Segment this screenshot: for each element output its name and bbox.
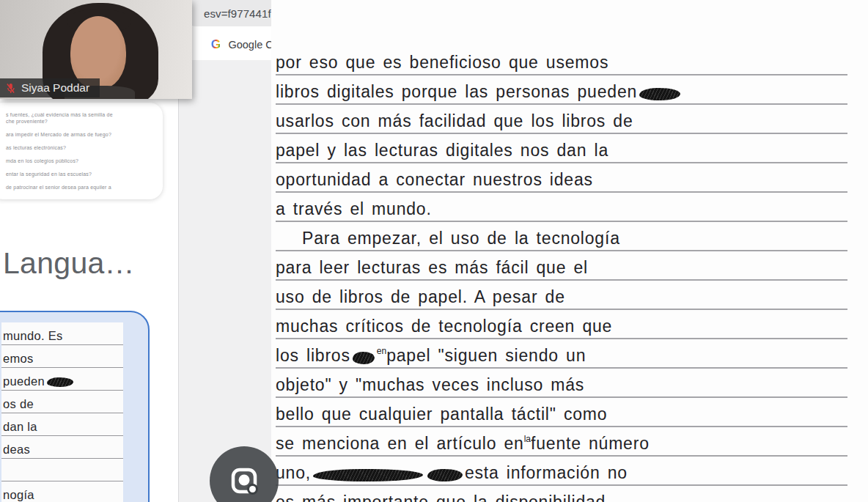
thumbnail-line (1, 459, 123, 481)
scribble-mark (353, 352, 375, 364)
handwriting-text: es más importante que la disponibilidad (276, 491, 606, 502)
handwriting-line: bello que cualquier pantalla táctil" com… (276, 399, 847, 427)
google-g-icon: G (209, 38, 222, 51)
handwriting-line: muchas críticos de tecnología creen que (276, 311, 847, 339)
superscript-insertion: la (524, 435, 531, 443)
handwriting-text: pueden (3, 372, 45, 390)
handwriting-text: deas (3, 440, 30, 458)
handwriting-line: se menciona en el artículo enla fuente n… (276, 428, 847, 457)
handwriting-line: por eso que es beneficioso que usemos (276, 47, 847, 75)
handwriting-line: para leer lecturas es más fácil que el (276, 252, 847, 281)
handwriting-text: uso de libros de papel. A pesar de (276, 286, 565, 309)
handwriting-text: por eso que es beneficioso que usemos (276, 51, 608, 74)
handwriting-text: libros digitales porque las personas pue… (276, 81, 637, 103)
handwriting-text: Para empezar, el uso de la tecnología (302, 227, 620, 250)
handwriting-text: muchas críticos de tecnología creen que (276, 315, 612, 338)
handwriting-line: usarlos con más facilidad que los libros… (276, 106, 847, 134)
thumbnail-line: dan la (1, 413, 123, 436)
thumbnail-line: nogía (1, 481, 123, 502)
scribble-mark (639, 88, 680, 100)
thumbnail-line: pueden (1, 368, 123, 391)
handwriting-line: Para empezar, el uso de la tecnología (276, 223, 847, 251)
handwriting-text: papel y las lecturas digitales nos dan l… (276, 139, 608, 162)
handwriting-text: para leer lecturas es más fácil que el (276, 256, 588, 279)
handwriting-text: mundo. Es (3, 327, 63, 344)
handwriting-text: objeto" y "muchas veces incluso más (276, 374, 584, 396)
left-panel: s fuentes, ¿cuál evidencia más la semill… (0, 60, 178, 502)
scribble-mark (313, 469, 423, 481)
thumbnail-line: emos (1, 345, 123, 368)
handwriting-text: usarlos con más facilidad que los libros… (276, 110, 633, 133)
handwriting-text: oportunidad a conectar nuestros ideas (276, 169, 593, 191)
handwriting-text: uno, (276, 462, 311, 484)
page-gutter (178, 60, 271, 502)
handwriting-line: es más importante que la disponibilidad (276, 487, 847, 502)
question-line: che proveniente? (6, 118, 155, 125)
handwriting-text: emos (3, 350, 34, 367)
lens-camera-icon (227, 464, 261, 498)
handwriting-text: bello que cualquier pantalla táctil" com… (276, 403, 607, 426)
thumbnail-card[interactable]: mundo. Esemospueden os dedan ladeasnogía (0, 311, 150, 502)
participant-name: Siyaa Poddar (21, 81, 89, 95)
thumbnail-line: os de (1, 391, 123, 413)
handwriting-line: objeto" y "muchas veces incluso más (276, 369, 847, 398)
page-title: Langua… (3, 246, 135, 281)
question-line: mda en los colegios públicos? (6, 158, 155, 164)
question-line: as lecturas electrónicas? (6, 144, 155, 151)
handwriting-text: se menciona en el artículo en (276, 432, 524, 455)
questions-card[interactable]: s fuentes, ¿cuál evidencia más la semill… (0, 103, 163, 199)
handwriting-text: os de (3, 395, 34, 413)
document-thumbnail[interactable]: mundo. Esemospueden os dedan ladeasnogía (1, 322, 123, 502)
handwriting-text: dan la (3, 418, 37, 435)
handwriting-line: uno, esta información no (276, 457, 847, 486)
handwriting-text: a través el mundo. (276, 198, 432, 221)
handwriting-line: papel y las lecturas digitales nos dan l… (276, 135, 847, 163)
scribble-mark (47, 377, 73, 387)
scribble-mark (427, 469, 463, 481)
webcam-video[interactable]: Siyaa Poddar (0, 0, 192, 99)
handwriting-line: a través el mundo. (276, 193, 847, 222)
handwriting-text: los libros (276, 344, 350, 367)
handwritten-document: por eso que es beneficioso que usemoslib… (271, 0, 868, 502)
question-line: de patrocinar el senior desea para equil… (6, 184, 155, 191)
question-line: s fuentes, ¿cuál evidencia más la semill… (6, 111, 155, 118)
handwriting-line: libros digitales porque las personas pue… (276, 76, 847, 105)
question-line: entar la seguridad en las escuelas? (6, 171, 155, 177)
handwriting-text: esta información no (465, 462, 628, 484)
handwriting-line: uso de libros de papel. A pesar de (276, 281, 847, 310)
handwriting-line: oportunidad a conectar nuestros ideas (276, 164, 847, 193)
muted-mic-icon (6, 83, 15, 94)
participant-name-tag: Siyaa Poddar (0, 78, 100, 97)
thumbnail-line: mundo. Es (1, 322, 123, 345)
thumbnail-line: deas (1, 436, 123, 459)
superscript-insertion: en (377, 347, 386, 355)
handwriting-text: papel "siguen siendo un (386, 344, 586, 367)
question-line: ara impedir el Mercado de armas de fuego… (6, 131, 155, 138)
handwriting-text: fuente número (531, 432, 650, 455)
handwriting-line: los libros en papel "siguen siendo un (276, 340, 847, 369)
handwriting-text: nogía (3, 486, 34, 502)
